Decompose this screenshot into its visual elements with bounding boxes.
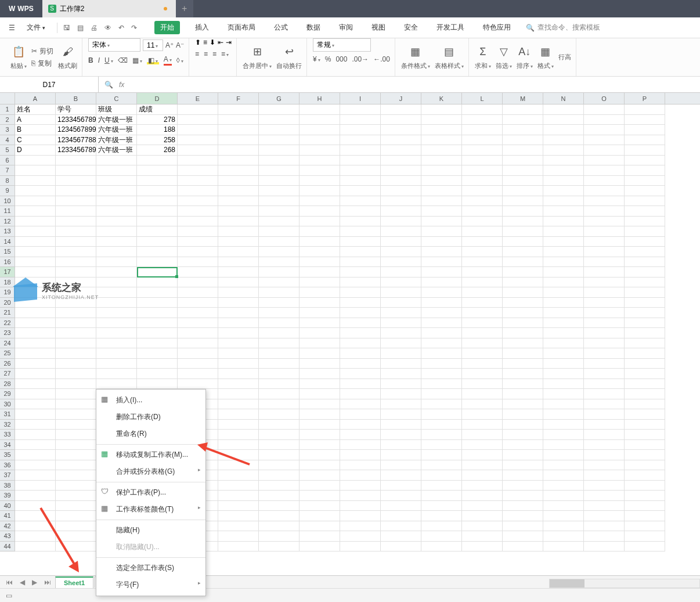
cell[interactable] bbox=[625, 531, 665, 542]
cell[interactable] bbox=[543, 521, 584, 532]
cell[interactable] bbox=[503, 165, 543, 176]
cell[interactable] bbox=[421, 115, 462, 125]
cell[interactable] bbox=[300, 511, 340, 521]
cell[interactable] bbox=[340, 460, 381, 471]
cell[interactable] bbox=[421, 440, 462, 450]
cell[interactable] bbox=[381, 399, 421, 410]
cell[interactable] bbox=[218, 409, 259, 420]
cell[interactable] bbox=[259, 491, 300, 501]
cell[interactable] bbox=[381, 298, 421, 308]
cell[interactable] bbox=[137, 186, 178, 196]
cell[interactable] bbox=[421, 491, 462, 501]
row-header[interactable]: 6 bbox=[0, 156, 15, 166]
cell[interactable] bbox=[584, 125, 625, 135]
cell[interactable] bbox=[625, 399, 665, 410]
cell[interactable] bbox=[462, 156, 503, 166]
cell[interactable] bbox=[178, 338, 218, 349]
cell[interactable] bbox=[56, 287, 96, 298]
cell[interactable] bbox=[15, 420, 56, 430]
cell[interactable] bbox=[584, 328, 625, 338]
cell[interactable] bbox=[421, 460, 462, 471]
cell[interactable] bbox=[218, 308, 259, 318]
row-header[interactable]: 9 bbox=[0, 186, 15, 196]
cell[interactable] bbox=[381, 308, 421, 318]
cell[interactable] bbox=[584, 399, 625, 410]
tab-review[interactable]: 审阅 bbox=[335, 20, 356, 35]
cell[interactable] bbox=[300, 440, 340, 450]
cell[interactable] bbox=[218, 277, 259, 288]
cell[interactable] bbox=[340, 389, 381, 399]
cell[interactable] bbox=[300, 430, 340, 440]
cell[interactable] bbox=[15, 287, 56, 298]
cell[interactable] bbox=[218, 298, 259, 308]
cell[interactable] bbox=[584, 226, 625, 237]
cell[interactable] bbox=[503, 470, 543, 481]
cell[interactable] bbox=[543, 217, 584, 227]
cell[interactable] bbox=[462, 348, 503, 359]
cell[interactable] bbox=[462, 125, 503, 135]
cell[interactable] bbox=[381, 440, 421, 450]
cell[interactable]: 六年级一班 bbox=[96, 125, 137, 135]
cell[interactable] bbox=[381, 237, 421, 247]
cell[interactable] bbox=[259, 460, 300, 471]
cell[interactable] bbox=[503, 287, 543, 298]
cell[interactable] bbox=[178, 206, 218, 217]
cell[interactable] bbox=[421, 501, 462, 511]
cell[interactable] bbox=[625, 196, 665, 207]
cell[interactable] bbox=[625, 521, 665, 532]
cell[interactable] bbox=[137, 318, 178, 329]
cell[interactable] bbox=[56, 430, 96, 440]
cell[interactable] bbox=[503, 369, 543, 379]
cell[interactable] bbox=[300, 420, 340, 430]
cell[interactable] bbox=[340, 470, 381, 481]
cell[interactable] bbox=[421, 165, 462, 176]
cell[interactable] bbox=[340, 156, 381, 166]
cell[interactable] bbox=[56, 491, 96, 501]
cell[interactable] bbox=[300, 247, 340, 257]
cell[interactable] bbox=[259, 257, 300, 268]
cell[interactable] bbox=[15, 226, 56, 237]
tab-start[interactable]: 开始 bbox=[154, 21, 180, 34]
cell[interactable] bbox=[584, 369, 625, 379]
cell[interactable] bbox=[340, 450, 381, 460]
cell[interactable] bbox=[462, 409, 503, 420]
cell[interactable] bbox=[584, 440, 625, 450]
cell[interactable] bbox=[503, 481, 543, 491]
cell[interactable] bbox=[543, 450, 584, 460]
cell[interactable] bbox=[218, 257, 259, 268]
cell[interactable] bbox=[259, 338, 300, 349]
undo-icon[interactable]: ↶ bbox=[118, 24, 124, 32]
cell[interactable] bbox=[584, 165, 625, 176]
cell[interactable] bbox=[178, 369, 218, 379]
cell[interactable] bbox=[218, 348, 259, 359]
cell[interactable] bbox=[381, 511, 421, 521]
cell[interactable] bbox=[178, 135, 218, 146]
cell[interactable] bbox=[340, 135, 381, 146]
cell[interactable] bbox=[56, 186, 96, 196]
cell[interactable] bbox=[503, 196, 543, 207]
cell[interactable] bbox=[340, 217, 381, 227]
cell[interactable] bbox=[15, 237, 56, 247]
cell[interactable] bbox=[340, 237, 381, 247]
cell[interactable] bbox=[462, 328, 503, 338]
cell[interactable] bbox=[56, 348, 96, 359]
cell[interactable] bbox=[56, 237, 96, 247]
merge-button[interactable]: ⊞ 合并居中 bbox=[243, 44, 272, 70]
cell[interactable] bbox=[340, 257, 381, 268]
cell[interactable] bbox=[259, 531, 300, 542]
cell[interactable] bbox=[300, 491, 340, 501]
strikethrough-button[interactable]: ⌫ bbox=[118, 56, 128, 64]
cell[interactable] bbox=[543, 237, 584, 247]
row-header[interactable]: 38 bbox=[0, 481, 15, 491]
cell[interactable] bbox=[462, 277, 503, 288]
tab-view[interactable]: 视图 bbox=[368, 20, 389, 35]
pinyin-button[interactable]: ◊ bbox=[176, 56, 183, 64]
cell[interactable] bbox=[96, 196, 137, 207]
cell[interactable] bbox=[340, 318, 381, 329]
cell[interactable] bbox=[56, 277, 96, 288]
print-icon[interactable]: 🖨 bbox=[91, 24, 98, 32]
cell[interactable] bbox=[503, 460, 543, 471]
cell[interactable] bbox=[543, 257, 584, 268]
cell[interactable] bbox=[178, 104, 218, 115]
cell[interactable] bbox=[218, 247, 259, 257]
